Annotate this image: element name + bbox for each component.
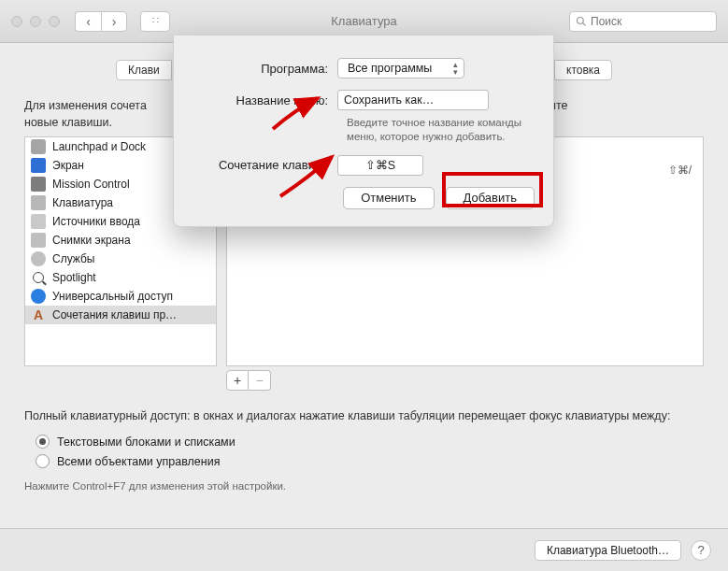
radio-label: Текстовыми блоками и списками [57,435,236,449]
window-controls [11,16,60,27]
app-select[interactable]: Все программы ▴▾ [337,58,464,79]
shortcut-input[interactable]: ⇧⌘S [337,155,423,176]
keyboard-icon [31,195,46,210]
screenshot-icon [31,233,46,248]
shortcut-label: Сочетание клавиш: [193,158,337,172]
list-item-label: Mission Control [52,178,130,191]
menu-title-label: Название меню: [193,93,337,107]
select-value: Все программы [348,62,432,75]
list-item-label: Сочетания клавиш пр… [52,308,177,321]
search-icon [576,16,587,27]
services-icon [31,251,46,266]
button-label: Клавиатура Bluetooth… [547,544,669,557]
tab-left-fragment[interactable]: Клави [116,60,172,80]
fka-hint: Нажмите Control+F7 для изменения этой на… [24,480,704,492]
search-field[interactable] [569,11,717,32]
bluetooth-button[interactable]: Клавиатура Bluetooth… [535,540,681,561]
radio-icon [36,435,50,449]
input-sources-icon [31,214,46,229]
remove-button[interactable]: − [249,370,271,391]
show-all-button[interactable]: ∷ [140,11,170,32]
intro-line1: Для изменения сочета [24,99,147,112]
app-shortcuts-icon: A [31,307,46,322]
intro-line2: новые клавиши. [24,116,112,129]
input-value: ⇧⌘S [365,158,395,172]
list-item-label: Клавиатура [52,196,113,209]
full-keyboard-access-desc: Полный клавиатурный доступ: в окнах и ди… [24,407,704,424]
list-item-label: Источники ввода [52,215,140,228]
list-item-label: Spotlight [52,271,96,284]
svg-line-1 [583,22,586,25]
back-button[interactable]: ‹ [75,11,101,32]
add-button[interactable]: + [226,370,249,391]
list-item-label: Универсальный доступ [52,290,173,303]
radio-icon [36,454,50,468]
accessibility-icon [31,289,46,304]
menu-title-input[interactable]: Сохранить как… [337,90,489,110]
list-item[interactable]: Универсальный доступ [25,287,216,306]
add-shortcut-sheet: Программа: Все программы ▴▾ Название мен… [173,36,554,227]
button-label: Отменить [361,191,416,205]
spotlight-icon [31,270,46,285]
launchpad-icon [31,139,46,154]
tab-right-fragment[interactable]: ктовка [554,60,612,80]
input-value: Сохранить как… [344,93,434,107]
nav-buttons: ‹ › [75,11,127,32]
mission-control-icon [31,177,46,192]
list-item[interactable]: Снимки экрана [25,231,216,250]
cancel-button[interactable]: Отменить [343,187,434,209]
shortcut-display: ⇧⌘/ [668,164,692,177]
minimize-icon[interactable] [30,16,41,27]
fka-radio-all[interactable]: Всеми объектами управления [24,451,704,471]
list-item[interactable]: Spotlight [25,268,216,287]
fka-radio-group: Текстовыми блоками и списками Всеми объе… [24,432,704,471]
list-item-label: Launchpad и Dock [52,140,146,153]
help-button[interactable]: ? [691,540,711,561]
app-label: Программа: [193,62,337,76]
zoom-icon[interactable] [49,16,60,27]
list-item-label: Службы [52,252,94,265]
forward-button[interactable]: › [101,11,127,32]
list-item-label: Снимки экрана [52,234,131,247]
list-item-label: Экран [52,159,84,172]
add-confirm-button[interactable]: Добавить [446,187,535,209]
search-input[interactable] [591,15,710,28]
chevron-updown-icon: ▴▾ [453,61,458,76]
fka-radio-text[interactable]: Текстовыми блоками и списками [24,432,704,451]
menu-title-help: Введите точное название команды меню, ко… [347,116,535,144]
button-label: Добавить [464,191,517,205]
radio-label: Всеми объектами управления [57,455,220,468]
add-remove-buttons: + − [226,370,704,391]
list-item[interactable]: Службы [25,250,216,268]
list-item-selected[interactable]: AСочетания клавиш пр… [25,306,216,324]
close-icon[interactable] [11,16,22,27]
display-icon [31,158,46,173]
footer: Клавиатура Bluetooth… ? [0,528,728,571]
svg-point-0 [578,17,584,23]
